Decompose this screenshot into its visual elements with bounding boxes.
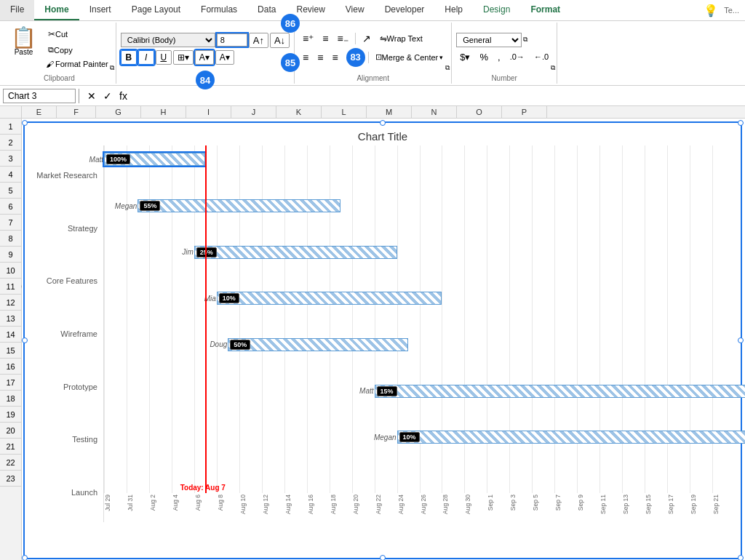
align-top-button[interactable]: ≡⁺	[299, 31, 317, 47]
row-13[interactable]: 13	[0, 311, 21, 327]
row-19[interactable]: 19	[0, 407, 21, 423]
tab-format[interactable]: Format	[520, 0, 570, 20]
row-11[interactable]: 11	[0, 279, 21, 295]
row-5[interactable]: 5	[0, 183, 21, 199]
fill-color-button[interactable]: A▾	[195, 50, 214, 65]
percent-button[interactable]: %	[477, 49, 493, 65]
underline-button[interactable]: U	[156, 50, 172, 65]
tab-help[interactable]: Help	[434, 0, 473, 20]
chart-handle-tr[interactable]	[738, 120, 744, 126]
clipboard-expand-icon[interactable]: ⧉	[110, 64, 114, 72]
number-expand-icon2[interactable]: ⧉	[551, 64, 555, 72]
row-1[interactable]: 1	[0, 119, 21, 135]
format-painter-button[interactable]: 🖌 Format Painter	[43, 58, 111, 70]
chart-handle-left[interactable]	[22, 337, 28, 343]
col-header-N[interactable]: N	[412, 106, 457, 118]
copy-button[interactable]: ⧉ Copy	[43, 43, 111, 57]
confirm-formula-button[interactable]: ✓	[101, 89, 114, 103]
tab-formulas[interactable]: Formulas	[191, 0, 247, 20]
chart-container[interactable]: Chart Title Market Research Strategy Cor…	[23, 121, 742, 559]
col-header-K[interactable]: K	[276, 106, 322, 118]
col-header-I[interactable]: I	[186, 106, 231, 118]
row-20[interactable]: 20	[0, 423, 21, 439]
row-2[interactable]: 2	[0, 135, 21, 151]
font-decrease-button[interactable]: A↓	[270, 33, 290, 48]
tab-home[interactable]: Home	[34, 0, 79, 20]
chart-handle-bl[interactable]	[22, 555, 28, 560]
chart-handle-tl[interactable]	[22, 120, 28, 126]
row-21[interactable]: 21	[0, 439, 21, 455]
tab-design[interactable]: Design	[473, 0, 520, 20]
row-15[interactable]: 15	[0, 343, 21, 359]
paste-button[interactable]: 📋 Paste	[7, 24, 43, 60]
tell-me-label[interactable]: Te...	[724, 6, 739, 15]
increase-decimal-button[interactable]: .0→	[506, 50, 528, 63]
chart-handle-bottom[interactable]	[380, 555, 386, 560]
col-header-M[interactable]: M	[367, 106, 412, 118]
font-color-button[interactable]: A▾	[215, 50, 234, 65]
row-17[interactable]: 17	[0, 375, 21, 391]
col-header-G[interactable]: G	[96, 106, 141, 118]
tab-page-layout[interactable]: Page Layout	[121, 0, 191, 20]
function-button[interactable]: fx	[117, 89, 130, 103]
row-12[interactable]: 12	[0, 295, 21, 311]
tab-view[interactable]: View	[335, 0, 375, 20]
decrease-decimal-button[interactable]: ←.0	[530, 50, 552, 63]
col-header-L[interactable]: L	[322, 106, 367, 118]
cut-button[interactable]: ✂ Cut	[43, 27, 111, 41]
row-4[interactable]: 4	[0, 167, 21, 183]
tab-data[interactable]: Data	[247, 0, 286, 20]
row-10[interactable]: 10	[0, 263, 21, 279]
italic-button[interactable]: I	[138, 50, 154, 65]
align-bottom-button[interactable]: ≡₋	[333, 31, 351, 47]
align-center-button[interactable]: ≡	[314, 49, 327, 65]
gantt-bar[interactable]: Doug50%	[228, 338, 408, 351]
row-23[interactable]: 23	[0, 471, 21, 487]
font-size-input[interactable]	[217, 33, 247, 47]
border-button[interactable]: ⊞▾	[173, 50, 194, 65]
gantt-bar[interactable]: Mia10%	[217, 292, 442, 305]
chart-handle-br[interactable]	[738, 555, 744, 560]
wrap-text-button[interactable]: ⇋ Wrap Text	[376, 31, 426, 46]
gantt-bar[interactable]: Megan10%	[397, 431, 745, 444]
align-left-button[interactable]: ≡	[299, 49, 312, 65]
font-name-select[interactable]: Calibri (Body)	[121, 33, 215, 47]
name-box[interactable]	[3, 89, 76, 103]
col-header-J[interactable]: J	[231, 106, 276, 118]
row-8[interactable]: 8	[0, 231, 21, 247]
comma-button[interactable]: ,	[494, 49, 504, 65]
number-expand-icon[interactable]: ⧉	[523, 36, 527, 44]
tab-developer[interactable]: Developer	[375, 0, 435, 20]
chart-handle-right[interactable]	[738, 337, 744, 343]
tab-insert[interactable]: Insert	[79, 0, 121, 20]
row-18[interactable]: 18	[0, 391, 21, 407]
lightbulb-icon[interactable]: 💡	[704, 4, 718, 17]
font-increase-button[interactable]: A↑	[249, 33, 268, 48]
align-right-button[interactable]: ≡	[328, 49, 341, 65]
currency-button[interactable]: $▾	[456, 49, 474, 65]
tab-file[interactable]: File	[0, 0, 34, 20]
row-14[interactable]: 14	[0, 327, 21, 343]
gantt-bar[interactable]: Jim25%	[194, 246, 397, 259]
alignment-expand-icon[interactable]: ⧉	[445, 64, 450, 72]
row-16[interactable]: 16	[0, 359, 21, 375]
col-header-F[interactable]: F	[57, 106, 96, 118]
cancel-formula-button[interactable]: ✕	[85, 89, 98, 103]
formula-input[interactable]	[132, 89, 742, 103]
gantt-bar[interactable]: Megan55%	[138, 199, 340, 212]
col-header-O[interactable]: O	[457, 106, 502, 118]
gantt-bar[interactable]: Matt100%	[104, 153, 205, 166]
gantt-bar[interactable]: Matt15%	[375, 385, 745, 398]
row-22[interactable]: 22	[0, 455, 21, 471]
merge-center-button[interactable]: ⊡ Merge & Center ▾	[372, 50, 447, 64]
col-header-E[interactable]: E	[22, 106, 57, 118]
col-header-P[interactable]: P	[502, 106, 547, 118]
chart-handle-top[interactable]	[380, 120, 386, 126]
text-angle-button[interactable]: ↗	[359, 31, 375, 47]
row-7[interactable]: 7	[0, 215, 21, 231]
align-middle-button[interactable]: ≡	[319, 31, 332, 47]
row-3[interactable]: 3	[0, 151, 21, 167]
number-format-select[interactable]: General	[456, 33, 522, 47]
row-6[interactable]: 6	[0, 199, 21, 215]
merge-dropdown-icon[interactable]: ▾	[439, 54, 443, 61]
